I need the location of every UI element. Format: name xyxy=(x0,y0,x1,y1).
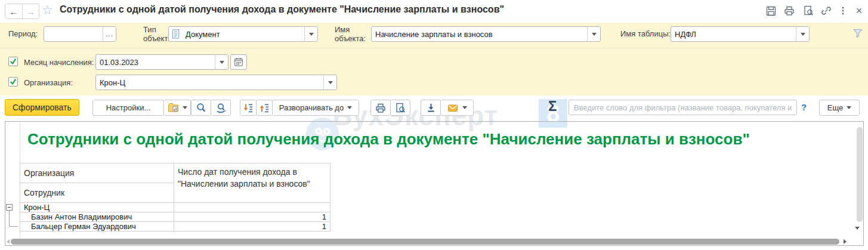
search-next-button[interactable] xyxy=(211,100,231,116)
header-cell-employee: Сотрудник xyxy=(20,183,174,203)
org-label: Организация: xyxy=(24,78,73,87)
settings-button[interactable]: Настройки... xyxy=(92,100,164,116)
table-name-dropdown[interactable] xyxy=(796,27,809,41)
org-checkbox[interactable] xyxy=(8,77,18,87)
org-combobox[interactable]: Крон-Ц xyxy=(95,75,337,90)
table-name-value: НДФЛ xyxy=(671,30,796,39)
forward-button[interactable]: → xyxy=(22,4,39,18)
more-menu-button[interactable] xyxy=(836,4,850,18)
page-title: Сотрудники с одной датой получения доход… xyxy=(60,4,504,15)
collapse-rows-icon xyxy=(259,103,270,113)
printer-icon xyxy=(783,5,795,17)
printer-icon xyxy=(375,102,387,114)
more-actions-button[interactable]: Еще xyxy=(819,100,860,116)
quick-filter-input[interactable] xyxy=(569,100,797,115)
help-button[interactable]: ? xyxy=(801,102,807,112)
panel-separator xyxy=(0,48,868,48)
chevron-down-icon xyxy=(183,106,187,109)
row-group-name[interactable]: Крон-Ц xyxy=(20,202,174,212)
tree-line-vertical xyxy=(9,211,10,227)
header-cell-organization: Организация xyxy=(20,163,174,183)
document-icon xyxy=(169,29,182,39)
tree-line-horizontal xyxy=(9,226,17,227)
collapse-rows-button[interactable] xyxy=(256,100,273,116)
search-button[interactable] xyxy=(191,100,211,116)
period-input[interactable]: ... xyxy=(44,26,116,42)
send-email-button[interactable] xyxy=(440,100,474,116)
funnel-icon xyxy=(852,27,864,39)
row-employee-name[interactable]: Базин Антон Владимирович xyxy=(20,212,174,222)
forward-arrow-icon: → xyxy=(26,7,35,17)
save-report-button[interactable] xyxy=(421,100,441,116)
search-icon xyxy=(196,102,207,113)
sigma-totals-button[interactable]: Σ xyxy=(548,98,557,115)
floppy-icon xyxy=(765,5,777,17)
table-name-label: Имя таблицы: xyxy=(620,29,671,38)
object-name-dropdown[interactable] xyxy=(587,27,600,41)
report-window: ← → ☆ Сотрудники с одной датой получения… xyxy=(0,0,868,250)
preview-icon xyxy=(394,102,406,114)
favorites-star-icon[interactable]: ☆ xyxy=(42,2,53,18)
close-button[interactable]: × xyxy=(852,4,866,18)
back-button[interactable]: ← xyxy=(5,4,22,18)
calendar-button[interactable] xyxy=(230,54,247,70)
check-icon xyxy=(10,78,17,85)
print-report-button[interactable] xyxy=(370,100,391,116)
preview-button[interactable] xyxy=(801,4,816,18)
report-variant-icon xyxy=(168,102,179,113)
expand-rows-button[interactable] xyxy=(240,100,257,116)
back-arrow-icon: ← xyxy=(10,7,18,17)
vertical-scrollbar-thumb[interactable] xyxy=(857,127,863,222)
check-icon xyxy=(10,58,17,65)
filter-funnel-button[interactable] xyxy=(852,27,865,40)
title-bar: ← → ☆ Сотрудники с одной датой получения… xyxy=(0,0,868,22)
link-icon xyxy=(820,5,832,17)
calendar-icon xyxy=(233,57,244,67)
chevron-down-icon xyxy=(347,106,352,109)
object-type-combobox[interactable]: Документ xyxy=(168,26,318,42)
row-group-value[interactable] xyxy=(174,202,330,212)
horizontal-scrollbar-thumb[interactable] xyxy=(11,239,839,245)
save-button[interactable] xyxy=(764,4,778,18)
object-type-dropdown[interactable] xyxy=(304,27,317,41)
minus-icon xyxy=(8,207,11,208)
month-label: Месяц начисления: xyxy=(24,58,94,67)
row-employee-value[interactable]: 1 xyxy=(174,212,330,222)
object-name-value: Начисление зарплаты и взносов xyxy=(372,30,587,39)
expand-to-button[interactable]: Разворачивать до xyxy=(272,100,359,116)
period-more-button[interactable]: ... xyxy=(103,27,116,41)
envelope-icon xyxy=(447,102,459,114)
print-button[interactable] xyxy=(782,4,796,18)
more-actions-label: Еще xyxy=(827,103,843,112)
month-value: 01.03.2023 xyxy=(96,58,215,67)
report-variants-button[interactable] xyxy=(163,100,191,116)
collapse-group-toggle[interactable] xyxy=(6,204,13,211)
expand-to-label: Разворачивать до xyxy=(279,103,344,112)
object-type-value: Документ xyxy=(182,30,304,39)
period-value-field[interactable] xyxy=(44,30,103,39)
month-checkbox[interactable] xyxy=(8,57,18,66)
close-icon: × xyxy=(856,5,863,17)
row-employee-value[interactable]: 1 xyxy=(174,221,330,232)
org-value: Крон-Ц xyxy=(96,78,323,87)
expand-rows-icon xyxy=(243,103,254,113)
print-preview-button[interactable] xyxy=(390,100,410,116)
object-name-combobox[interactable]: Начисление зарплаты и взносов xyxy=(371,26,601,42)
month-input[interactable]: 01.03.2023 xyxy=(95,54,228,70)
row-employee-name[interactable]: Бальцер Герман Эдуардович xyxy=(20,221,174,232)
period-label: Период: xyxy=(8,29,38,38)
object-name-label: Имя объекта: xyxy=(335,25,373,43)
get-link-button[interactable] xyxy=(819,4,833,18)
download-icon xyxy=(425,102,437,113)
generate-button[interactable]: Сформировать xyxy=(5,99,79,116)
chevron-down-icon xyxy=(847,106,851,109)
header-cell-dates-count: Число дат получения дохода в "Начислении… xyxy=(174,163,330,203)
report-title: Сотрудники с одной датой получения доход… xyxy=(27,130,750,149)
chevron-down-icon xyxy=(462,106,467,109)
org-dropdown[interactable] xyxy=(323,75,336,89)
table-name-combobox[interactable]: НДФЛ xyxy=(671,26,810,42)
search-next-icon xyxy=(215,102,227,113)
month-dropdown[interactable] xyxy=(215,55,228,69)
preview-icon xyxy=(802,5,814,17)
kebab-dots-icon xyxy=(838,5,848,16)
